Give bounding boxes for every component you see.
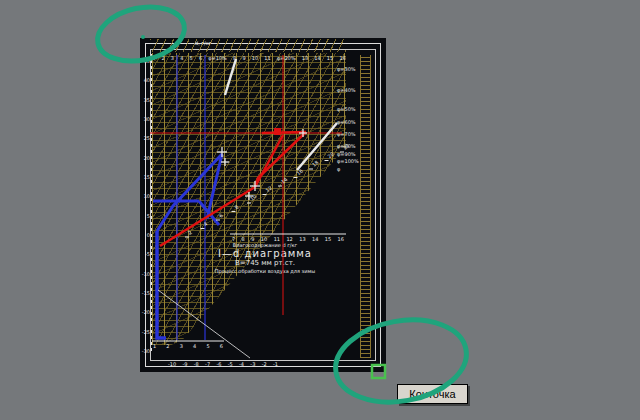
axis-label: 13: [302, 55, 308, 61]
axis-label: 40: [138, 77, 150, 83]
axis-label: φ=20%: [277, 55, 296, 61]
axis-label: 3: [180, 343, 183, 349]
axis-label: 4: [193, 343, 196, 349]
axis-label: 3: [171, 55, 174, 61]
axis-label: 30: [138, 116, 150, 122]
axis-label: -20: [138, 309, 150, 315]
d-axis-unit-label: d, г/кг: [195, 40, 211, 46]
axis-label: 15: [138, 174, 150, 180]
autocad-canvas[interactable]: d, г/кг 123456φ=10%891011φ=20%13141516 4…: [0, 0, 640, 420]
axis-label: 4: [180, 55, 183, 61]
axis-label: 10: [252, 55, 258, 61]
left-dashed-border: [151, 53, 152, 351]
axis-label: 2: [166, 343, 169, 349]
axis-label: 15: [327, 55, 333, 61]
phi-label: φ=100%: [337, 158, 359, 164]
diagram-caption: Влагосодержание d г/кг I—d диаграмма B=7…: [200, 242, 330, 275]
axis-label: -25: [138, 329, 150, 335]
osnap-tooltip: Конточка: [397, 384, 468, 404]
axis-label: -9: [182, 361, 187, 367]
phi-label: φ=90%: [337, 151, 356, 157]
phi-label: φ=30%: [337, 66, 356, 72]
axis-label: 35: [138, 97, 150, 103]
axis-label: -3: [250, 361, 255, 367]
axis-label: 20: [138, 155, 150, 161]
axis-label: 14: [314, 55, 320, 61]
process-caption: Процесс обработки воздуха для зимы: [200, 268, 330, 275]
axis-label: -5: [228, 361, 233, 367]
axis-label: -8: [194, 361, 199, 367]
diagram-title: I—d диаграмма: [200, 248, 330, 259]
axis-label: 1: [153, 343, 156, 349]
phi-label: φ=70%: [337, 131, 356, 137]
relative-humidity-labels: φ=30%φ=40%φ=50%φ=60%φ=70%φ=80%φ=90%φ=100…: [337, 0, 367, 420]
axis-label: 5: [206, 343, 209, 349]
axis-label: 1: [152, 55, 155, 61]
axis-label: 5: [138, 213, 150, 219]
phi-label: φ=80%: [337, 143, 356, 149]
axis-label: φ=10%: [208, 55, 227, 61]
axis-label: 0: [138, 232, 150, 238]
axis-label: -7: [205, 361, 210, 367]
axis-label: -6: [216, 361, 221, 367]
axis-label: -4: [239, 361, 244, 367]
axis-label: -10: [168, 361, 176, 367]
axis-label: 10: [138, 193, 150, 199]
axis-label: -10: [138, 271, 150, 277]
pressure-caption: B=745 мм рт.ст.: [200, 259, 330, 268]
bottom-axis-labels: -10-9-8-7-6-5-4-3-2-1: [168, 361, 278, 367]
axis-label: -1: [273, 361, 278, 367]
axis-label: 9: [242, 55, 245, 61]
axis-label: -2: [262, 361, 267, 367]
phi-label: φ=40%: [337, 87, 356, 93]
axis-label: 25: [138, 135, 150, 141]
axis-label: 2: [161, 55, 164, 61]
axis-label: -5: [138, 251, 150, 257]
axis-label: -30: [138, 348, 150, 354]
axis-label: 45: [138, 58, 150, 64]
top-axis-labels: 123456φ=10%891011φ=20%13141516: [152, 55, 346, 61]
temperature-axis-labels: 454035302520151050-5-10-15-20-25-30: [138, 58, 150, 354]
osnap-tooltip-text: Конточка: [409, 388, 455, 400]
axis-label: 8: [233, 55, 236, 61]
top-hatch-band: [150, 39, 346, 52]
cold-d-axis-labels: 123456: [153, 343, 223, 349]
axis-label: -15: [138, 290, 150, 296]
phi-label: φ=60%: [337, 119, 356, 125]
phi-label: φ: [337, 166, 340, 172]
axis-label: 6: [220, 343, 223, 349]
axis-label: 6: [199, 55, 202, 61]
phi-label: φ=50%: [337, 106, 356, 112]
axis-label: 5: [190, 55, 193, 61]
axis-label: 11: [264, 55, 270, 61]
